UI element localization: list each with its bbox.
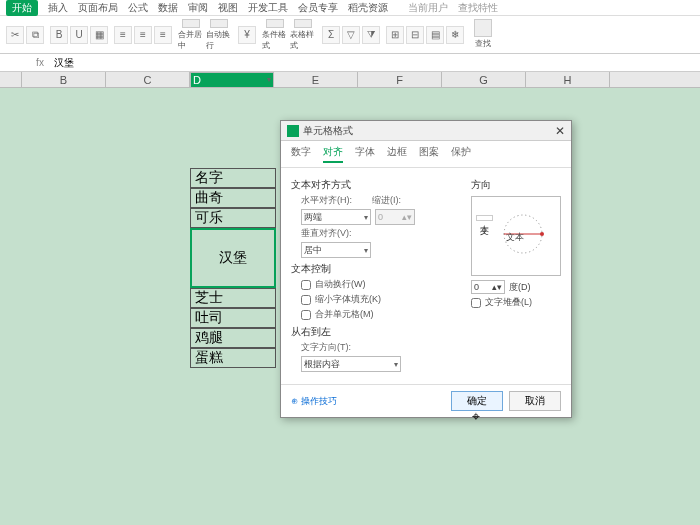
cell-style-icon[interactable]: 表格样式 [290,19,316,51]
menu-dev[interactable]: 开发工具 [248,1,288,15]
format-icon[interactable]: ¥ [238,26,256,44]
label-textdir: 文字方向(T): [301,341,361,354]
dialog-footer: 操作技巧 确定 取消 [281,384,571,417]
dialog-icon [287,125,299,137]
formula-bar: fx [0,54,700,72]
section-text-control: 文本控制 [291,262,461,276]
formula-input[interactable] [50,57,700,68]
tab-alignment[interactable]: 对齐 [323,145,343,163]
cut-icon[interactable]: ✂ [6,26,24,44]
dialog-title: 单元格格式 [303,124,353,138]
col-g[interactable]: G [442,72,526,87]
menu-layout[interactable]: 页面布局 [78,1,118,15]
dialog-tabs: 数字 对齐 字体 边框 图案 保护 [281,141,571,168]
menu-insert[interactable]: 插入 [48,1,68,15]
cell[interactable]: 芝士 [190,288,276,308]
section-orientation: 方向 [471,178,561,192]
menu-view[interactable]: 视图 [218,1,238,15]
format-cells-dialog: 单元格格式 ✕ 数字 对齐 字体 边框 图案 保护 文本对齐方式 水平对齐(H)… [280,120,572,418]
vertical-text-button[interactable]: 文本 [476,215,493,221]
cell-selected[interactable]: 汉堡 [190,228,276,288]
search-label[interactable]: 查找特性 [458,1,498,15]
merge-label: 合并单元格(M) [315,308,374,321]
wrap-icon[interactable]: 自动换行 [206,19,232,51]
underline-icon[interactable]: U [70,26,88,44]
freeze-icon[interactable]: ❄ [446,26,464,44]
fx-icon[interactable]: fx [30,57,50,68]
cell[interactable]: 鸡腿 [190,328,276,348]
label-valign: 垂直对齐(V): [301,227,361,240]
cell[interactable]: 可乐 [190,208,276,228]
tab-start[interactable]: 开始 [6,0,38,16]
user-label: 当前用户 [408,1,448,15]
shrink-label: 缩小字体填充(K) [315,293,381,306]
cancel-button[interactable]: 取消 [509,391,561,411]
menu-res[interactable]: 稻壳资源 [348,1,388,15]
sheet-icon[interactable]: ▤ [426,26,444,44]
filter-icon[interactable]: ⧩ [362,26,380,44]
label-indent: 缩进(I): [365,194,401,207]
wrap-label: 自动换行(W) [315,278,366,291]
section-rtl: 从右到左 [291,325,461,339]
col-b[interactable]: B [22,72,106,87]
cell[interactable]: 蛋糕 [190,348,276,368]
svg-point-1 [540,232,544,236]
orientation-box[interactable]: 文本 文本 [471,196,561,276]
cell[interactable]: 名字 [190,168,276,188]
col-d[interactable]: D [190,72,274,88]
col-f[interactable]: F [358,72,442,87]
menubar: 开始 插入 页面布局 公式 数据 审阅 视图 开发工具 会员专享 稻壳资源 当前… [0,0,700,16]
stack-label: 文字堆叠(L) [485,296,532,309]
fill-icon[interactable]: ▦ [90,26,108,44]
tab-border[interactable]: 边框 [387,145,407,163]
find-icon[interactable]: 查找 [470,19,496,51]
close-icon[interactable]: ✕ [555,124,565,138]
orientation-dial[interactable]: 文本 [494,205,552,263]
align-center-icon[interactable]: ≡ [134,26,152,44]
tips-link[interactable]: 操作技巧 [291,395,337,408]
align-left-icon[interactable]: ≡ [114,26,132,44]
ok-button[interactable]: 确定 [451,391,503,411]
indent-spinner[interactable]: 0▴▾ [375,209,415,225]
shrink-checkbox[interactable] [301,295,311,305]
align-right-icon[interactable]: ≡ [154,26,172,44]
menu-formula[interactable]: 公式 [128,1,148,15]
wrap-checkbox[interactable] [301,280,311,290]
col-icon[interactable]: ⊟ [406,26,424,44]
dial-text-label: 文本 [506,231,524,244]
column-headers: B C D E F G H [0,72,700,88]
dialog-titlebar[interactable]: 单元格格式 ✕ [281,121,571,141]
sort-icon[interactable]: ▽ [342,26,360,44]
stack-checkbox[interactable] [471,298,481,308]
ribbon: ✂⧉ BU▦ ≡≡≡ 合并居中自动换行 ¥ 条件格式表格样式 Σ▽⧩ ⊞⊟▤❄ … [0,16,700,54]
degree-label: 度(D) [509,281,531,294]
section-text-align: 文本对齐方式 [291,178,461,192]
label-halign: 水平对齐(H): [301,194,361,207]
valign-select[interactable]: 居中 [301,242,371,258]
cond-format-icon[interactable]: 条件格式 [262,19,288,51]
cell[interactable]: 曲奇 [190,188,276,208]
tab-number[interactable]: 数字 [291,145,311,163]
tab-protect[interactable]: 保护 [451,145,471,163]
cell[interactable]: 吐司 [190,308,276,328]
copy-icon[interactable]: ⧉ [26,26,44,44]
bold-icon[interactable]: B [50,26,68,44]
halign-select[interactable]: 两端 [301,209,371,225]
col-c[interactable]: C [106,72,190,87]
tab-pattern[interactable]: 图案 [419,145,439,163]
grid: B C D E F G H 名字 曲奇 可乐 汉堡 芝士 吐司 鸡腿 蛋糕 [0,72,700,88]
select-all[interactable] [0,72,22,87]
degree-spinner[interactable]: 0▴▾ [471,280,505,294]
row-icon[interactable]: ⊞ [386,26,404,44]
menu-vip[interactable]: 会员专享 [298,1,338,15]
col-h[interactable]: H [526,72,610,87]
col-e[interactable]: E [274,72,358,87]
textdir-select[interactable]: 根据内容 [301,356,401,372]
tab-font[interactable]: 字体 [355,145,375,163]
sum-icon[interactable]: Σ [322,26,340,44]
menu-review[interactable]: 审阅 [188,1,208,15]
menu-data[interactable]: 数据 [158,1,178,15]
merge-icon[interactable]: 合并居中 [178,19,204,51]
merge-checkbox[interactable] [301,310,311,320]
